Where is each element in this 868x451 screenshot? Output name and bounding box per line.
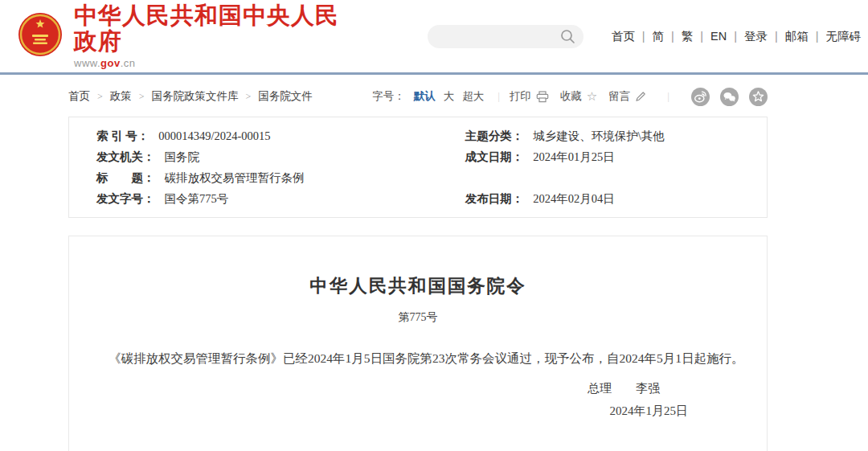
breadcrumb-separator: > xyxy=(97,91,103,103)
wechat-share-icon[interactable] xyxy=(720,88,739,106)
meta-row-issuing-agency: 发文机关：国务院 xyxy=(96,146,465,167)
breadcrumb-home[interactable]: 首页 xyxy=(68,89,90,104)
nav-accessibility[interactable]: 无障碍 xyxy=(819,29,868,44)
breadcrumb-policy[interactable]: 政策 xyxy=(110,89,132,104)
header-divider xyxy=(0,72,868,75)
signature-premier: 总理 李强 xyxy=(69,381,767,396)
breadcrumb-separator: > xyxy=(246,91,252,103)
metadata-left-column: 索 引 号：000014349/2024-00015 发文机关：国务院 标 题：… xyxy=(96,125,465,209)
document-content-box: 中华人民共和国国务院令 第775号 《碳排放权交易管理暂行条例》已经2024年1… xyxy=(68,236,768,451)
breadcrumb-separator: > xyxy=(139,91,145,103)
site-logo-link[interactable]: 中华人民共和国中央人民政府 www.gov.cn xyxy=(18,3,359,70)
decree-paragraph: 《碳排放权交易管理暂行条例》已经2024年1月5日国务院第23次常务会议通过，现… xyxy=(84,347,752,370)
print-button[interactable]: 打印 xyxy=(510,89,549,104)
top-nav: 首页 | 简 | 繁 | EN | 登录 | 邮箱 | 无障碍 xyxy=(604,29,868,44)
font-size-label: 字号： xyxy=(372,89,405,104)
decree-number: 第775号 xyxy=(69,310,767,325)
breadcrumb-state-council-docs[interactable]: 国务院文件 xyxy=(258,89,313,104)
breadcrumb-policy-library[interactable]: 国务院政策文件库 xyxy=(152,89,239,104)
nav-home[interactable]: 首页 xyxy=(604,29,642,44)
nav-traditional[interactable]: 繁 xyxy=(674,29,701,44)
meta-row-title: 标 题：碳排放权交易管理暂行条例 xyxy=(96,167,465,188)
site-header: 中华人民共和国中央人民政府 www.gov.cn 首页 | 简 | 繁 | EN… xyxy=(0,0,868,72)
meta-row-document-number: 发文字号：国令第775号 xyxy=(96,188,465,209)
tools-divider: | xyxy=(497,90,500,103)
weibo-share-icon[interactable] xyxy=(691,88,710,106)
search-icon[interactable] xyxy=(560,29,575,47)
page-tools: 字号： 默认 大 超大 | 打印 收藏 ☆ 留言 xyxy=(372,88,768,106)
printer-icon xyxy=(536,91,549,103)
font-size-default[interactable]: 默认 xyxy=(414,89,436,104)
brand-text: 中华人民共和国中央人民政府 www.gov.cn xyxy=(74,3,359,70)
toolbar-row: 首页 > 政策 > 国务院政策文件库 > 国务院文件 字号： 默认 大 超大 |… xyxy=(68,86,768,107)
nav-english[interactable]: EN xyxy=(703,30,734,43)
breadcrumb: 首页 > 政策 > 国务院政策文件库 > 国务院文件 xyxy=(68,89,313,104)
nav-login[interactable]: 登录 xyxy=(737,29,775,44)
search-box[interactable] xyxy=(428,25,583,48)
qzone-share-icon[interactable] xyxy=(749,88,768,106)
tools-divider: | xyxy=(667,90,669,103)
meta-row-empty xyxy=(465,167,767,188)
meta-row-written-date: 成文日期：2024年01月25日 xyxy=(465,146,767,167)
nav-mailbox[interactable]: 邮箱 xyxy=(778,29,816,44)
site-url: www.gov.cn xyxy=(74,57,359,69)
font-size-xlarge[interactable]: 超大 xyxy=(462,89,484,104)
decree-title: 中华人民共和国国务院令 xyxy=(69,273,767,298)
pencil-icon xyxy=(635,91,646,102)
meta-row-subject-category: 主题分类：城乡建设、环境保护\其他 xyxy=(465,125,767,146)
comment-button[interactable]: 留言 xyxy=(608,89,646,104)
national-emblem-icon xyxy=(18,12,63,60)
site-title: 中华人民共和国中央人民政府 xyxy=(74,3,359,55)
favorite-button[interactable]: 收藏 ☆ xyxy=(560,89,597,104)
nav-simplified[interactable]: 简 xyxy=(645,29,671,44)
meta-row-index-number: 索 引 号：000014349/2024-00015 xyxy=(96,125,465,146)
font-size-large[interactable]: 大 xyxy=(444,89,455,104)
share-buttons xyxy=(681,88,768,106)
document-metadata-box: 索 引 号：000014349/2024-00015 发文机关：国务院 标 题：… xyxy=(68,117,768,218)
favorite-star-icon: ☆ xyxy=(587,89,597,104)
metadata-right-column: 主题分类：城乡建设、环境保护\其他 成文日期：2024年01月25日 发布日期：… xyxy=(465,125,767,209)
signature-date: 2024年1月25日 xyxy=(69,404,767,419)
meta-row-publish-date: 发布日期：2024年02月04日 xyxy=(465,188,767,209)
